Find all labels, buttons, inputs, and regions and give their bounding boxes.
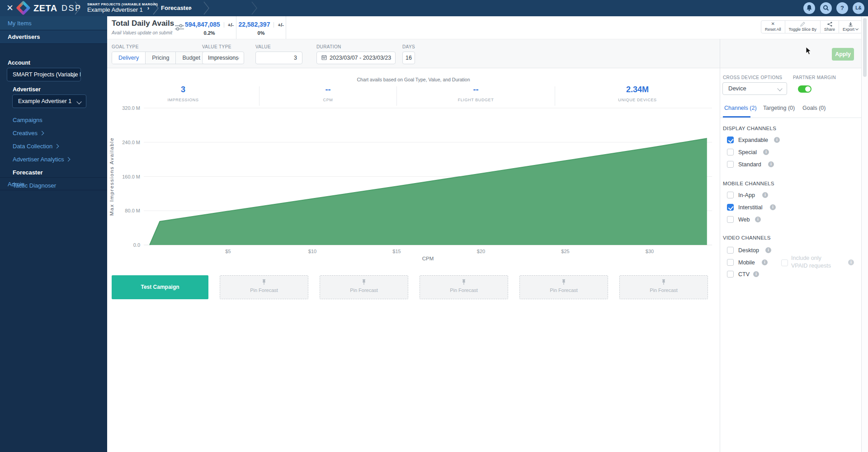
pushpin-icon [661,279,666,285]
sliders-icon[interactable] [174,23,185,34]
reset-all-button[interactable]: ✕ Reset All [761,21,785,33]
sidebar-item-forecaster[interactable]: Forecaster [13,169,42,176]
chevron-right-icon [55,144,59,149]
projected-avails-metric[interactable]: 22,582,397+/- 0% Projected Avails [236,16,286,39]
sidebar-item-admin[interactable]: Admin [0,177,107,190]
sidebar-item-advertisers[interactable]: Advertisers [0,30,107,44]
share-button[interactable]: Share [821,21,839,33]
info-icon[interactable] [763,149,769,155]
info-icon[interactable] [765,247,771,253]
stat-flight-budget: -- FLIGHT BUDGET [397,85,555,106]
breadcrumb-divider [203,1,210,15]
pushpin-icon [361,279,367,285]
pencil-icon [789,22,817,27]
cross-device-select[interactable]: Device [722,82,787,95]
info-icon[interactable] [848,259,854,265]
stat-cpm: -- CPM [259,85,396,106]
breadcrumb-divider [75,1,81,15]
brand-name: ZETA [33,3,57,14]
svg-text:80.0 M: 80.0 M [125,208,140,213]
advertiser-select[interactable]: Example Advertiser 1 [12,94,86,108]
toggle-slice-by-button[interactable]: Toggle Slice By [785,21,821,33]
goal-delivery-button[interactable]: Delivery [112,52,146,64]
svg-text:0.0: 0.0 [133,242,140,248]
help-icon[interactable]: ? [836,2,848,14]
mouse-cursor [806,47,812,57]
scrollbar-track[interactable] [861,16,868,452]
value-input[interactable]: 3 [255,52,302,64]
breadcrumb-expand-icon[interactable]: › [190,5,192,11]
share-icon [824,22,835,27]
partner-margin-toggle[interactable] [798,85,811,93]
checkbox-icon [727,204,734,211]
sidebar-item-creatives[interactable]: Creatives [13,130,43,137]
chevron-down-icon [76,99,81,104]
partner-margin-label: PARTNER MARGIN [793,75,836,80]
pin-forecast-slot[interactable]: Pin Forecast [519,275,608,299]
user-avatar[interactable]: L& [853,2,864,14]
chevron-right-icon [39,131,44,136]
tab-targeting[interactable]: Targeting (0) [763,105,795,111]
calendar-icon [321,55,327,60]
cross-device-options-label: CROSS DEVICE OPTIONS [723,75,782,80]
checkbox-icon [727,259,734,266]
page-title: Total Daily Avails [112,19,174,28]
checkbox-icon [727,192,734,198]
svg-text:$30: $30 [646,249,654,254]
notifications-bell-icon[interactable] [803,2,815,14]
breadcrumb-divider [153,1,159,15]
svg-text:$25: $25 [561,249,569,254]
svg-text:160.0 M: 160.0 M [122,174,140,179]
search-icon[interactable] [820,2,832,14]
value-type-label: VALUE TYPE [202,44,231,49]
tab-goals[interactable]: Goals (0) [802,105,826,111]
info-icon[interactable] [768,161,774,167]
goal-type-segmented: Delivery Pricing Budget [112,52,207,64]
tabs-border [720,118,861,118]
info-icon[interactable] [774,137,780,143]
sidebar-item-data-collection[interactable]: Data Collection [13,143,58,150]
chart-note: Chart avails based on Goal Type, Value, … [107,77,720,82]
breadcrumb-page[interactable]: Forecaster [161,5,191,11]
header-actions: ✕ Reset All Toggle Slice By Share Expor [761,20,862,33]
pushpin-icon [261,279,267,285]
info-icon[interactable] [770,204,776,210]
account-select[interactable]: SMART Projects (Variable M [7,68,81,81]
value-label: VALUE [255,44,271,49]
info-icon[interactable] [762,259,768,265]
test-campaign-button[interactable]: Test Campaign [112,275,208,299]
checkbox-icon [727,161,734,168]
pin-forecast-slot[interactable]: Pin Forecast [619,275,708,299]
sidebar-item-campaigns[interactable]: Campaigns [13,117,42,123]
duration-label: DURATION [316,44,341,49]
pin-forecast-slot[interactable]: Pin Forecast [320,275,408,299]
goal-type-label: GOAL TYPE [112,44,139,49]
breadcrumb-expand-icon[interactable]: › [147,5,149,11]
checkbox-vpaid[interactable] [781,259,788,266]
scrollbar-thumb[interactable] [863,18,867,77]
pin-forecast-slot[interactable]: Pin Forecast [220,275,308,299]
svg-text:CPM: CPM [422,256,434,261]
sidebar-item-my-items[interactable]: My Items [0,16,107,30]
tab-channels[interactable]: Channels (2) [724,105,757,111]
avails-area-chart: 0.080.0 M160.0 M240.0 M320.0 M$5$10$15$2… [107,106,720,264]
info-icon[interactable] [753,271,759,277]
info-icon[interactable] [755,217,761,222]
mobile-channels-label: MOBILE CHANNELS [723,181,774,186]
breadcrumb-advertiser[interactable]: Example Advertiser 1 [87,6,143,13]
sidebar-item-advertiser-analytics[interactable]: Advertiser Analytics [13,156,70,163]
goal-pricing-button[interactable]: Pricing [146,52,176,64]
duration-input[interactable]: 2023/03/07 - 2023/03/23 [316,52,396,64]
days-label: DAYS [402,44,415,49]
apply-button[interactable]: Apply [832,48,854,61]
export-button[interactable]: Export [839,21,862,33]
value-type-select[interactable]: Impressions [202,52,244,64]
info-icon[interactable] [762,192,768,198]
checkbox-icon [727,137,734,143]
chevron-down-icon [855,27,859,30]
close-icon[interactable]: ✕ [5,3,14,14]
pin-forecast-slot[interactable]: Pin Forecast [420,275,508,299]
checkbox-icon [727,216,734,223]
breadcrumb-divider [251,1,258,15]
panel-divider [720,39,720,452]
